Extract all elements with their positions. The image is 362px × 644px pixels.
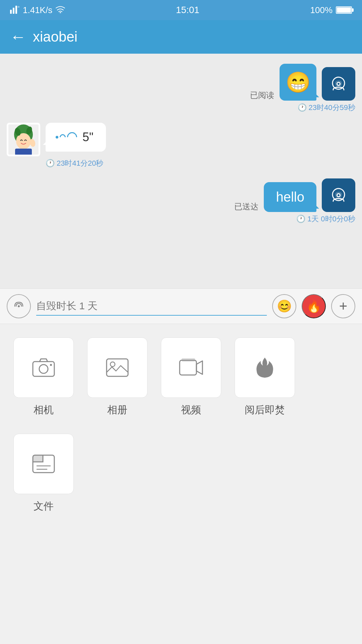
sent-emoji-message: 已阅读 😁 🕐 23时40分59秒 bbox=[7, 64, 355, 113]
plus-button[interactable]: + bbox=[331, 294, 355, 318]
svg-point-4 bbox=[60, 12, 61, 13]
svg-rect-24 bbox=[180, 360, 196, 375]
signal-icon: 4G bbox=[10, 4, 19, 16]
svg-point-17 bbox=[338, 194, 340, 196]
emoji-button[interactable]: 😊 bbox=[272, 294, 296, 318]
chat-title: xiaobei bbox=[33, 29, 77, 45]
clock-icon-3: 🕐 bbox=[296, 215, 305, 223]
read-status: 已阅读 bbox=[250, 90, 274, 101]
burn-label: 阅后即焚 bbox=[245, 403, 285, 417]
voice-waves bbox=[56, 132, 77, 142]
wave-arc-small bbox=[58, 133, 67, 141]
plus-icon: + bbox=[339, 298, 348, 314]
camera-icon-box bbox=[13, 337, 74, 398]
media-item-burn[interactable]: 阅后即焚 bbox=[235, 337, 295, 417]
media-grid: 相机 相册 视频 bbox=[0, 324, 362, 527]
media-row-2: 文件 bbox=[13, 434, 349, 513]
message-input[interactable] bbox=[36, 300, 267, 312]
fire-button[interactable]: 🔥 bbox=[302, 294, 326, 318]
back-button[interactable]: ← bbox=[10, 29, 26, 45]
timestamp-text-3: 1天 0时0分0秒 bbox=[307, 214, 355, 224]
status-right: 100% bbox=[310, 5, 352, 15]
video-icon-box bbox=[161, 337, 221, 398]
text-input-wrap[interactable] bbox=[36, 297, 267, 316]
input-area: 😊 🔥 + bbox=[0, 288, 362, 324]
svg-rect-11 bbox=[15, 149, 32, 155]
received-voice-message: 5" 🕐 23时41分20秒 bbox=[7, 123, 355, 168]
svg-rect-1 bbox=[13, 8, 14, 14]
album-icon-box bbox=[87, 337, 147, 398]
battery-icon bbox=[336, 6, 352, 14]
sender-avatar-right bbox=[322, 67, 355, 101]
text-bubble[interactable]: hello bbox=[264, 182, 316, 212]
svg-rect-27 bbox=[33, 455, 43, 462]
file-label: 文件 bbox=[34, 499, 54, 513]
svg-rect-22 bbox=[107, 359, 128, 376]
message-timestamp: 🕐 23时40分59秒 bbox=[298, 103, 355, 113]
status-left: 4G 1.41K/s bbox=[10, 4, 65, 16]
svg-text:4G: 4G bbox=[17, 5, 19, 8]
svg-point-7 bbox=[338, 83, 340, 85]
fire-icon: 🔥 bbox=[306, 299, 321, 313]
camera-label: 相机 bbox=[34, 403, 54, 417]
wave-arc-large bbox=[65, 130, 79, 144]
emoji-bubble[interactable]: 😁 bbox=[280, 64, 316, 101]
speed-text: 1.41K/s bbox=[23, 5, 52, 15]
file-icon-box bbox=[13, 434, 74, 494]
wifi-icon bbox=[56, 5, 65, 15]
album-label: 相册 bbox=[107, 403, 127, 417]
timestamp-text-2: 23时41分20秒 bbox=[57, 158, 103, 168]
sent-text-message: 已送达 hello 🕐 1天 0时0分0秒 bbox=[7, 178, 355, 224]
media-item-video[interactable]: 视频 bbox=[161, 337, 221, 417]
svg-point-23 bbox=[110, 362, 115, 367]
chat-area: 已阅读 😁 🕐 23时40分59秒 bbox=[0, 54, 362, 288]
video-label: 视频 bbox=[181, 403, 201, 417]
sender-avatar-right-2 bbox=[322, 178, 355, 212]
status-bar: 4G 1.41K/s 15:01 100% bbox=[0, 0, 362, 20]
svg-point-21 bbox=[50, 364, 52, 366]
message-status: 已阅读 bbox=[250, 90, 274, 101]
voice-duration: 5" bbox=[82, 130, 94, 144]
wave-dot bbox=[56, 136, 58, 139]
svg-rect-25 bbox=[182, 358, 195, 362]
media-item-camera[interactable]: 相机 bbox=[13, 337, 74, 417]
svg-point-20 bbox=[39, 365, 48, 373]
emoji-face: 😁 bbox=[286, 70, 311, 94]
clock-icon-2: 🕐 bbox=[46, 159, 55, 168]
delivery-status: 已送达 bbox=[234, 201, 258, 212]
delivery-text: 已送达 bbox=[234, 201, 258, 212]
clock-icon: 🕐 bbox=[298, 103, 307, 112]
message-timestamp-2: 🕐 23时41分20秒 bbox=[46, 158, 103, 168]
media-row-1: 相机 相册 视频 bbox=[13, 337, 349, 417]
media-item-album[interactable]: 相册 bbox=[87, 337, 147, 417]
bubble-text-content: hello bbox=[276, 190, 304, 205]
contact-avatar bbox=[7, 123, 40, 156]
svg-point-18 bbox=[18, 305, 20, 307]
message-timestamp-3: 🕐 1天 0时0分0秒 bbox=[296, 214, 355, 224]
burn-icon-box bbox=[235, 337, 295, 398]
battery-text: 100% bbox=[310, 5, 333, 15]
media-item-file[interactable]: 文件 bbox=[13, 434, 74, 513]
voice-input-button[interactable] bbox=[7, 294, 31, 318]
voice-bubble[interactable]: 5" bbox=[46, 123, 106, 152]
svg-rect-0 bbox=[10, 10, 12, 14]
emoji-icon: 😊 bbox=[277, 299, 292, 313]
svg-rect-19 bbox=[33, 362, 54, 376]
chat-header: ← xiaobei bbox=[0, 20, 362, 54]
timestamp-text: 23时40分59秒 bbox=[309, 103, 355, 113]
svg-rect-2 bbox=[15, 6, 17, 14]
status-time: 15:01 bbox=[176, 5, 199, 15]
